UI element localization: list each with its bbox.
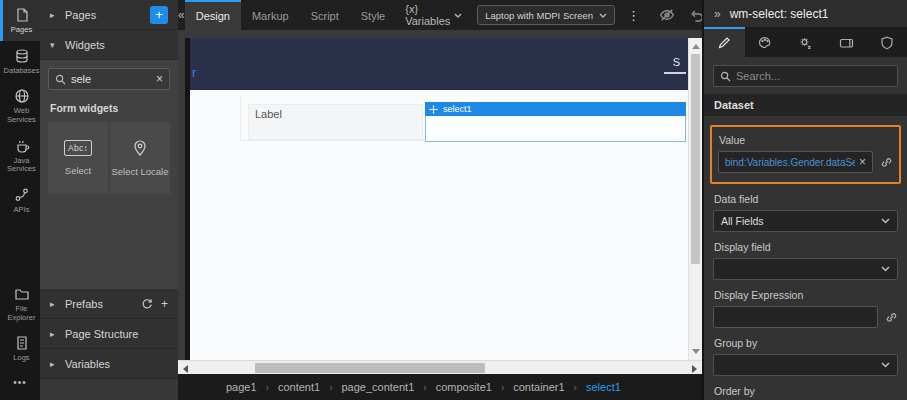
move-handle-icon[interactable]	[429, 105, 438, 114]
widget-search-input[interactable]	[71, 73, 151, 85]
scroll-up-icon[interactable]	[692, 44, 700, 49]
dataset-section-header[interactable]: Dataset	[704, 94, 907, 116]
widget-search[interactable]: ×	[48, 68, 170, 90]
location-pin-icon	[131, 139, 149, 157]
breadcrumb-composite1[interactable]: composite1	[436, 381, 492, 393]
device-preview-select[interactable]: Laptop with MDPI Screen	[477, 5, 615, 25]
log-file-icon	[14, 335, 30, 351]
tab-design[interactable]: Design	[185, 0, 241, 30]
properties-search-input[interactable]	[736, 70, 891, 82]
bind-link-icon[interactable]	[885, 311, 898, 324]
scroll-right-icon[interactable]	[692, 365, 697, 373]
page-preview[interactable]: r S Label select1	[190, 38, 702, 360]
scroll-left-icon[interactable]	[183, 365, 188, 373]
folder-icon	[14, 286, 30, 302]
pages-section-header[interactable]: ▸ Pages +	[40, 0, 178, 30]
clear-binding-icon[interactable]: ×	[859, 155, 866, 169]
variables-label: Variables	[65, 358, 168, 370]
scroll-down-icon[interactable]	[692, 349, 700, 354]
more-options-button[interactable]: •••	[0, 369, 40, 396]
globe-icon	[14, 88, 30, 104]
data-field-value: All Fields	[721, 215, 764, 227]
rail-item-apis[interactable]: APIs	[0, 180, 40, 221]
chevron-down-icon	[881, 266, 890, 272]
canvas-vertical-scrollbar[interactable]	[688, 38, 702, 360]
properties-search[interactable]	[713, 65, 898, 87]
inspector-tabs	[704, 27, 907, 57]
database-icon	[14, 48, 30, 64]
add-page-button[interactable]: +	[150, 6, 168, 24]
pages-panel: ▸ Pages + ▾ Widgets × Form widgets Abc↕ …	[40, 0, 178, 400]
value-field-label: Value	[719, 134, 892, 146]
layout-guide-line	[240, 95, 241, 141]
value-bind-field[interactable]: bind:Variables.Gender.dataSet ×	[718, 151, 873, 173]
page-structure-label: Page Structure	[65, 328, 168, 340]
widget-card-select[interactable]: Abc↕ Select	[48, 122, 108, 194]
collapse-panel-button[interactable]: «	[178, 0, 185, 30]
rail-item-pages[interactable]: Pages	[0, 0, 40, 41]
tab-properties[interactable]	[704, 27, 745, 57]
rail-item-file-explorer[interactable]: File Explorer	[0, 279, 40, 328]
tab-security[interactable]	[866, 27, 907, 57]
breadcrumb-page1[interactable]: page1	[226, 381, 257, 393]
header-text-fragment: S	[673, 56, 680, 68]
select1-selection-header[interactable]: select1	[425, 102, 686, 116]
widget-card-select-locale[interactable]: Select Locale	[110, 122, 170, 194]
data-field-select[interactable]: All Fields	[713, 210, 898, 232]
rail-item-logs[interactable]: Logs	[0, 328, 40, 369]
breadcrumb-separator: ›	[574, 382, 577, 393]
breadcrumb-page-content1[interactable]: page_content1	[341, 381, 414, 393]
caret-right-icon: ▸	[50, 10, 58, 20]
bind-link-icon[interactable]	[880, 156, 893, 169]
display-field-select[interactable]	[713, 258, 898, 280]
prefabs-section-header[interactable]: ▸ Prefabs +	[40, 289, 178, 319]
brand-text-fragment: r	[192, 65, 196, 80]
rail-item-web-services[interactable]: Web Services	[0, 81, 40, 130]
preview-hidden-widgets-button[interactable]	[652, 0, 682, 30]
select-widget-icon: Abc↕	[64, 140, 92, 156]
caret-down-icon: ▾	[50, 40, 58, 50]
horizontal-scroll-thumb[interactable]	[255, 363, 485, 373]
display-expression-label: Display Expression	[714, 289, 897, 301]
tab-styles[interactable]	[745, 27, 786, 57]
variables-menu-button[interactable]: {x} Variables	[396, 0, 471, 30]
widgets-body: × Form widgets Abc↕ Select Select Locale	[40, 60, 178, 289]
breadcrumb-content1[interactable]: content1	[278, 381, 320, 393]
widgets-section-header[interactable]: ▾ Widgets	[40, 30, 178, 60]
page-header-bar[interactable]: r S	[190, 38, 688, 90]
tab-advanced-settings[interactable]	[785, 27, 826, 57]
label-widget[interactable]: Label	[248, 104, 423, 140]
refresh-icon[interactable]	[141, 298, 153, 310]
variables-section-header[interactable]: ▸ Variables	[40, 349, 178, 379]
pages-icon	[14, 7, 30, 23]
search-icon	[55, 74, 66, 85]
clear-search-icon[interactable]: ×	[156, 72, 163, 86]
breadcrumb-container1[interactable]: container1	[513, 381, 564, 393]
rail-item-java-services[interactable]: Java Services	[0, 131, 40, 180]
widget-card-label: Select	[65, 165, 91, 176]
select1-widget-body[interactable]	[425, 116, 686, 142]
vertical-scroll-thumb[interactable]	[691, 54, 700, 264]
tab-markup[interactable]: Markup	[241, 0, 300, 30]
group-by-select[interactable]	[713, 354, 898, 376]
page-structure-section-header[interactable]: ▸ Page Structure	[40, 319, 178, 349]
select1-widget[interactable]: select1	[425, 102, 686, 142]
header-underline	[664, 72, 686, 74]
rail-item-label: APIs	[14, 206, 30, 215]
display-expression-field[interactable]	[713, 306, 878, 328]
api-nodes-icon	[14, 187, 30, 203]
breadcrumb-select1[interactable]: select1	[586, 381, 621, 393]
breadcrumb-separator: ›	[501, 382, 504, 393]
kebab-menu-button[interactable]: ⋮	[621, 0, 646, 30]
caret-right-icon: ▸	[50, 359, 58, 369]
properties-panel: » wm-select: select1 Dataset Value	[702, 0, 907, 400]
tab-script[interactable]: Script	[300, 0, 350, 30]
rail-item-databases[interactable]: Databases	[0, 41, 40, 82]
expand-panel-button[interactable]: »	[714, 7, 721, 21]
tab-style[interactable]: Style	[350, 0, 396, 30]
tab-device-view[interactable]	[826, 27, 867, 57]
order-by-label: Order by	[714, 385, 897, 397]
add-prefab-icon[interactable]: +	[161, 297, 168, 311]
canvas-horizontal-scrollbar[interactable]	[178, 360, 702, 374]
widgets-section-label: Widgets	[65, 39, 168, 51]
